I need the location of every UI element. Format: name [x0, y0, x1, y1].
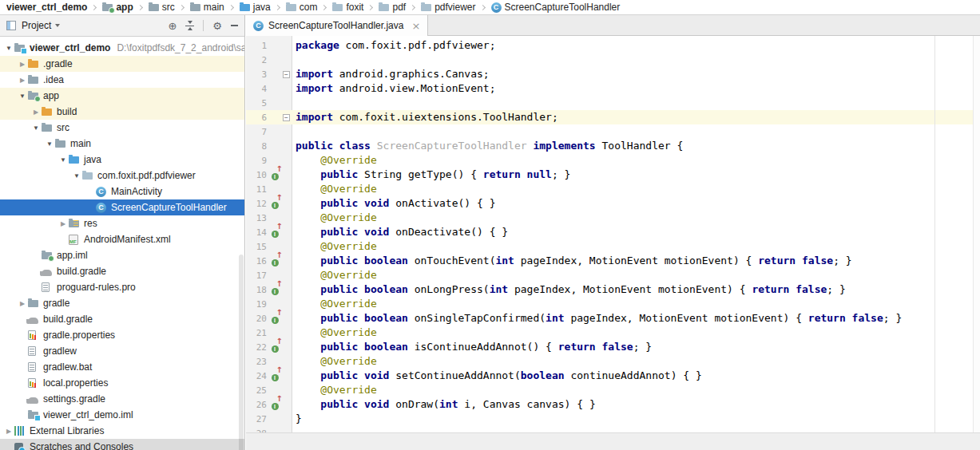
breadcrumb-item-java[interactable]: java	[238, 2, 272, 13]
code-line-25[interactable]: 25 @Override	[246, 383, 980, 397]
gutter-line-28[interactable]: 28	[246, 426, 292, 432]
editor-scrollbar[interactable]	[973, 36, 980, 432]
tree-item-gradle-properties[interactable]: gradle.properties	[0, 327, 244, 343]
code-line-19[interactable]: 19 @Override	[246, 297, 980, 311]
code-line-6[interactable]: 6−import com.foxit.uiextensions.ToolHand…	[246, 110, 980, 124]
fold-icon[interactable]: −	[283, 71, 290, 78]
hide-panel-icon[interactable]	[231, 25, 238, 26]
tree-item-external-libraries[interactable]: ▶External Libraries	[0, 423, 244, 439]
tree-item-com-foxit-pdf-pdfviewer[interactable]: ▼com.foxit.pdf.pdfviewer	[0, 168, 244, 184]
gutter-line-3[interactable]: 3−	[246, 67, 292, 81]
implementing-method-icon[interactable]: I↑	[267, 168, 283, 182]
tree-item-res[interactable]: ▶res	[0, 215, 244, 231]
tree-toggle-icon[interactable]: ▶	[30, 109, 42, 116]
tree-item-src[interactable]: ▼src	[0, 120, 244, 136]
code-line-21[interactable]: 21 @Override	[246, 326, 980, 340]
editor-body[interactable]: 1package com.foxit.pdf.pdfviewer;23−impo…	[246, 36, 980, 432]
code-line-13[interactable]: 13 @Override	[246, 211, 980, 225]
implementing-method-icon[interactable]: I↑	[267, 225, 283, 239]
code-line-14[interactable]: 14I↑ public void onDeactivate() { }	[246, 225, 980, 239]
code-line-17[interactable]: 17 @Override	[246, 268, 980, 282]
code-line-27[interactable]: 27}	[246, 412, 980, 426]
code-line-7[interactable]: 7	[246, 124, 980, 139]
code-line-8[interactable]: 8public class ScreenCaptureToolHandler i…	[246, 139, 980, 153]
implementing-method-icon[interactable]: I↑	[267, 254, 283, 268]
gutter-line-23[interactable]: 23	[246, 354, 292, 369]
code-line-2[interactable]: 2	[246, 53, 980, 67]
gutter-line-17[interactable]: 17	[246, 268, 292, 282]
tree-toggle-icon[interactable]: ▼	[3, 45, 14, 52]
code-line-15[interactable]: 15 @Override	[246, 239, 980, 254]
tree-item-screencapturetoolhandler[interactable]: CScreenCaptureToolHandler	[0, 199, 244, 215]
tree-toggle-icon[interactable]: ▶	[3, 428, 14, 435]
gutter-line-5[interactable]: 5	[246, 96, 292, 110]
breadcrumb-item-pdfviewer[interactable]: pdfviewer	[419, 2, 477, 13]
tree-item-java[interactable]: ▼java	[0, 152, 244, 168]
code-line-10[interactable]: 10I↑ public String getType() { return nu…	[246, 168, 980, 182]
tree-toggle-icon[interactable]: ▼	[44, 140, 55, 148]
tree-item-androidmanifest-xml[interactable]: MFAndroidManifest.xml	[0, 231, 244, 247]
gutter-line-16[interactable]: 16I↑	[246, 254, 292, 268]
project-panel-title[interactable]: Project	[22, 20, 51, 31]
tree-item-build-gradle[interactable]: build.gradle	[0, 263, 244, 279]
implementing-method-icon[interactable]: I↑	[267, 282, 283, 297]
implementing-method-icon[interactable]: I↑	[267, 397, 283, 412]
chevron-down-icon[interactable]	[55, 24, 60, 27]
tree-item-build[interactable]: ▶build	[0, 104, 244, 120]
gutter-line-26[interactable]: 26I↑	[246, 397, 292, 412]
gutter-line-8[interactable]: 8	[246, 139, 292, 153]
code-line-4[interactable]: 4import android.view.MotionEvent;	[246, 81, 980, 96]
tree-item-local-properties[interactable]: local.properties	[0, 375, 244, 391]
gutter-line-4[interactable]: 4	[246, 81, 292, 96]
tree-toggle-icon[interactable]: ▶	[58, 220, 69, 227]
tree-item-gradlew[interactable]: gradlew	[0, 343, 244, 359]
collapse-all-icon[interactable]	[185, 21, 194, 30]
code-line-11[interactable]: 11 @Override	[246, 182, 980, 196]
breadcrumb-item-pdf[interactable]: pdf	[377, 2, 407, 13]
gutter-line-15[interactable]: 15	[246, 239, 292, 254]
implementing-method-icon[interactable]: I↑	[267, 340, 283, 354]
code-line-3[interactable]: 3−import android.graphics.Canvas;	[246, 67, 980, 81]
tree-toggle-icon[interactable]: ▼	[71, 172, 82, 180]
implementing-method-icon[interactable]: I↑	[267, 369, 283, 383]
tree-item-build-gradle[interactable]: build.gradle	[0, 311, 244, 327]
breadcrumb-item-main[interactable]: main	[188, 2, 226, 13]
code-line-18[interactable]: 18I↑ public boolean onLongPress(int page…	[246, 282, 980, 297]
tree-item--idea[interactable]: ▶.idea	[0, 72, 244, 88]
tree-item-app[interactable]: ▼app	[0, 88, 244, 104]
breadcrumb-item-foxit[interactable]: foxit	[331, 2, 365, 13]
code-line-16[interactable]: 16I↑ public boolean onTouchEvent(int pag…	[246, 254, 980, 268]
tab-screencapturetoolhandler-java[interactable]: C ScreenCaptureToolHandler.java ×	[246, 15, 428, 36]
code-line-1[interactable]: 1package com.foxit.pdf.pdfviewer;	[246, 38, 980, 53]
project-tree-scrollbar[interactable]	[239, 255, 244, 450]
code-line-23[interactable]: 23 @Override	[246, 354, 980, 369]
tree-toggle-icon[interactable]: ▼	[17, 93, 28, 100]
tree-toggle-icon[interactable]: ▼	[58, 156, 69, 164]
gutter-line-20[interactable]: 20I↑	[246, 311, 292, 326]
gutter-line-19[interactable]: 19	[246, 297, 292, 311]
code-line-5[interactable]: 5	[246, 96, 980, 110]
tree-item-viewer-ctrl-demo-iml[interactable]: viewer_ctrl_demo.iml	[0, 407, 244, 423]
gutter-line-11[interactable]: 11	[246, 182, 292, 196]
gutter-line-14[interactable]: 14I↑	[246, 225, 292, 239]
gutter-line-22[interactable]: 22I↑	[246, 340, 292, 354]
code-line-28[interactable]: 28	[246, 426, 980, 432]
gutter-line-24[interactable]: 24I↑	[246, 369, 292, 383]
tree-toggle-icon[interactable]: ▶	[17, 300, 28, 307]
implementing-method-icon[interactable]: I↑	[267, 196, 283, 211]
gutter-line-1[interactable]: 1	[246, 38, 292, 53]
tree-item-viewer-ctrl-demo[interactable]: ▼viewer_ctrl_demoD:\foxitpdfsdk_7_2_andr…	[0, 40, 244, 56]
tree-item-main[interactable]: ▼main	[0, 136, 244, 152]
gear-icon[interactable]: ⚙	[212, 21, 222, 31]
gutter-line-7[interactable]: 7	[246, 124, 292, 139]
tree-item-gradlew-bat[interactable]: gradlew.bat	[0, 359, 244, 375]
tree-item--gradle[interactable]: ▶.gradle	[0, 56, 244, 72]
code-line-24[interactable]: 24I↑ public void setContinueAddAnnot(boo…	[246, 369, 980, 383]
tree-item-settings-gradle[interactable]: settings.gradle	[0, 391, 244, 407]
close-icon[interactable]: ×	[411, 20, 420, 32]
breadcrumb-item-com[interactable]: com	[284, 2, 319, 13]
fold-icon[interactable]: −	[283, 114, 290, 121]
code-line-20[interactable]: 20I↑ public boolean onSingleTapConfirmed…	[246, 311, 980, 326]
gutter-line-27[interactable]: 27	[246, 412, 292, 426]
gutter-line-21[interactable]: 21	[246, 326, 292, 340]
